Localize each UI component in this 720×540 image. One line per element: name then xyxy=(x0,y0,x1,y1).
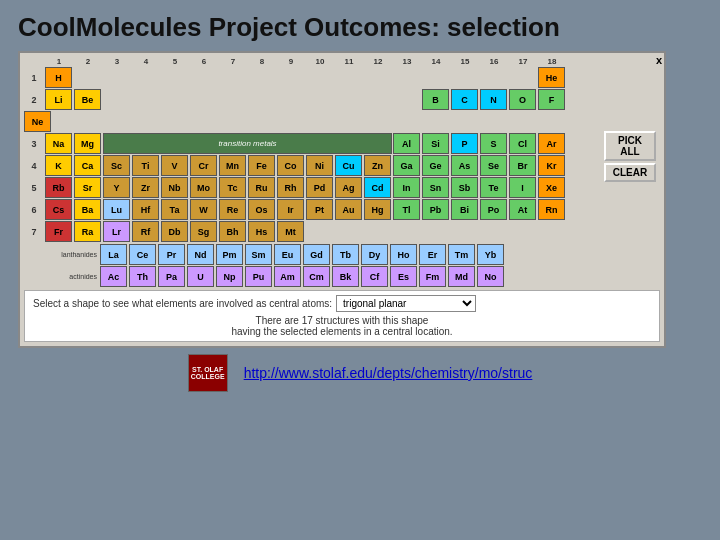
element-Cm[interactable]: Cm xyxy=(303,266,330,287)
element-Tl[interactable]: Tl xyxy=(393,199,420,220)
element-K[interactable]: K xyxy=(45,155,72,176)
element-Fe[interactable]: Fe xyxy=(248,155,275,176)
element-Li[interactable]: Li xyxy=(45,89,72,110)
element-F[interactable]: F xyxy=(538,89,565,110)
element-Rn[interactable]: Rn xyxy=(538,199,565,220)
element-H[interactable]: H xyxy=(45,67,72,88)
element-La-ref[interactable]: Lu xyxy=(103,199,130,220)
element-Ac[interactable]: Ac xyxy=(100,266,127,287)
element-Ni[interactable]: Ni xyxy=(306,155,333,176)
element-Co[interactable]: Co xyxy=(277,155,304,176)
element-Cs[interactable]: Cs xyxy=(45,199,72,220)
element-La[interactable]: La xyxy=(100,244,127,265)
element-Ca[interactable]: Ca xyxy=(74,155,101,176)
element-Sr[interactable]: Sr xyxy=(74,177,101,198)
element-Bi[interactable]: Bi xyxy=(451,199,478,220)
element-Mg[interactable]: Mg xyxy=(74,133,101,154)
element-Be[interactable]: Be xyxy=(74,89,101,110)
element-Sb[interactable]: Sb xyxy=(451,177,478,198)
element-Br[interactable]: Br xyxy=(509,155,536,176)
element-Rh[interactable]: Rh xyxy=(277,177,304,198)
element-N[interactable]: N xyxy=(480,89,507,110)
element-Eu[interactable]: Eu xyxy=(274,244,301,265)
element-Ru[interactable]: Ru xyxy=(248,177,275,198)
element-Sg[interactable]: Sg xyxy=(190,221,217,242)
element-Sn[interactable]: Sn xyxy=(422,177,449,198)
element-Bh[interactable]: Bh xyxy=(219,221,246,242)
element-Pb[interactable]: Pb xyxy=(422,199,449,220)
element-Y[interactable]: Y xyxy=(103,177,130,198)
element-Se[interactable]: Se xyxy=(480,155,507,176)
element-U[interactable]: U xyxy=(187,266,214,287)
element-Fr[interactable]: Fr xyxy=(45,221,72,242)
element-I[interactable]: I xyxy=(509,177,536,198)
element-Ag[interactable]: Ag xyxy=(335,177,362,198)
element-He[interactable]: He xyxy=(538,67,565,88)
element-Db[interactable]: Db xyxy=(161,221,188,242)
element-Pr[interactable]: Pr xyxy=(158,244,185,265)
element-Fm[interactable]: Fm xyxy=(419,266,446,287)
element-Am[interactable]: Am xyxy=(274,266,301,287)
element-Na[interactable]: Na xyxy=(45,133,72,154)
element-Au[interactable]: Au xyxy=(335,199,362,220)
element-Ge[interactable]: Ge xyxy=(422,155,449,176)
element-Ce[interactable]: Ce xyxy=(129,244,156,265)
element-Cf[interactable]: Cf xyxy=(361,266,388,287)
element-Nd[interactable]: Nd xyxy=(187,244,214,265)
element-Es[interactable]: Es xyxy=(390,266,417,287)
element-Pt[interactable]: Pt xyxy=(306,199,333,220)
element-Hf[interactable]: Hf xyxy=(132,199,159,220)
element-Pm[interactable]: Pm xyxy=(216,244,243,265)
element-Zn[interactable]: Zn xyxy=(364,155,391,176)
element-Cd[interactable]: Cd xyxy=(364,177,391,198)
element-O[interactable]: O xyxy=(509,89,536,110)
element-Dy[interactable]: Dy xyxy=(361,244,388,265)
element-Tc[interactable]: Tc xyxy=(219,177,246,198)
element-Kr[interactable]: Kr xyxy=(538,155,565,176)
element-Yb[interactable]: Yb xyxy=(477,244,504,265)
element-Zr[interactable]: Zr xyxy=(132,177,159,198)
element-Hs[interactable]: Hs xyxy=(248,221,275,242)
element-No[interactable]: No xyxy=(477,266,504,287)
element-Ba[interactable]: Ba xyxy=(74,199,101,220)
pick-all-button[interactable]: PICK ALL xyxy=(604,131,656,161)
element-S[interactable]: S xyxy=(480,133,507,154)
site-link[interactable]: http://www.stolaf.edu/depts/chemistry/mo… xyxy=(244,365,533,381)
element-Ti[interactable]: Ti xyxy=(132,155,159,176)
element-Te[interactable]: Te xyxy=(480,177,507,198)
element-Th[interactable]: Th xyxy=(129,266,156,287)
element-Bk[interactable]: Bk xyxy=(332,266,359,287)
element-Xe[interactable]: Xe xyxy=(538,177,565,198)
element-W[interactable]: W xyxy=(190,199,217,220)
element-Mn[interactable]: Mn xyxy=(219,155,246,176)
element-Hg[interactable]: Hg xyxy=(364,199,391,220)
element-Np[interactable]: Np xyxy=(216,266,243,287)
element-As[interactable]: As xyxy=(451,155,478,176)
element-Re[interactable]: Re xyxy=(219,199,246,220)
element-C[interactable]: C xyxy=(451,89,478,110)
clear-button[interactable]: CLEAR xyxy=(604,163,656,182)
element-Pu[interactable]: Pu xyxy=(245,266,272,287)
element-B[interactable]: B xyxy=(422,89,449,110)
element-Md[interactable]: Md xyxy=(448,266,475,287)
element-Po[interactable]: Po xyxy=(480,199,507,220)
element-Er[interactable]: Er xyxy=(419,244,446,265)
element-Sc[interactable]: Sc xyxy=(103,155,130,176)
element-Ne[interactable]: Ne xyxy=(24,111,51,132)
element-Ho[interactable]: Ho xyxy=(390,244,417,265)
element-Os[interactable]: Os xyxy=(248,199,275,220)
element-Mo[interactable]: Mo xyxy=(190,177,217,198)
element-Ra[interactable]: Ra xyxy=(74,221,101,242)
element-Pd[interactable]: Pd xyxy=(306,177,333,198)
element-Rb[interactable]: Rb xyxy=(45,177,72,198)
element-Cr[interactable]: Cr xyxy=(190,155,217,176)
element-Tm[interactable]: Tm xyxy=(448,244,475,265)
element-Ir[interactable]: Ir xyxy=(277,199,304,220)
element-Si[interactable]: Si xyxy=(422,133,449,154)
element-P[interactable]: P xyxy=(451,133,478,154)
element-Al[interactable]: Al xyxy=(393,133,420,154)
element-Ar[interactable]: Ar xyxy=(538,133,565,154)
element-Tb[interactable]: Tb xyxy=(332,244,359,265)
element-Cu[interactable]: Cu xyxy=(335,155,362,176)
element-V[interactable]: V xyxy=(161,155,188,176)
